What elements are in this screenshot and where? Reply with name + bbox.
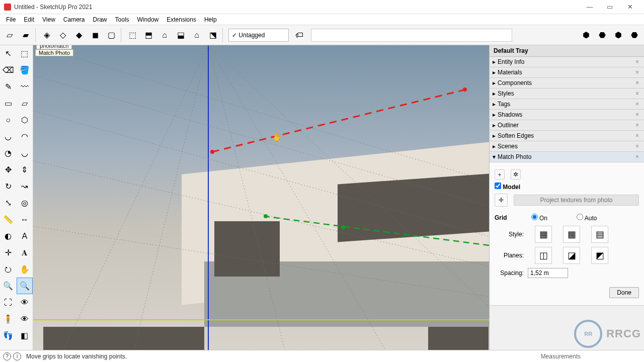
zoom-tool[interactable]: 🔍	[0, 278, 17, 294]
new-match-photo-button[interactable]: ＋	[495, 169, 505, 179]
panel-tags[interactable]: ▸Tags×	[490, 99, 644, 110]
line-tool[interactable]: ✎	[0, 78, 17, 95]
view-right[interactable]: ⬓	[173, 28, 188, 43]
panel-outliner[interactable]: ▸Outliner×	[490, 120, 644, 131]
panel-entity-info[interactable]: ▸Entity Info×	[490, 57, 644, 67]
origin-handle-button[interactable]: ✛	[495, 194, 508, 207]
tape-tool[interactable]: 📏	[0, 211, 17, 228]
style-btn-4[interactable]: ◇	[55, 28, 70, 43]
viewport[interactable]: photomatch Match Photo	[33, 45, 489, 350]
style-option-1[interactable]: ▦	[535, 226, 552, 243]
dimension-tool[interactable]: ↔	[17, 211, 33, 228]
move-tool[interactable]: ✥	[0, 161, 17, 178]
view-front[interactable]: ⌂	[157, 28, 172, 43]
tray-title[interactable]: Default Tray	[490, 45, 644, 57]
close-icon[interactable]: ×	[633, 132, 641, 139]
solid-tool-3[interactable]: ⬢	[611, 28, 626, 43]
orbit-tool[interactable]: ⭮	[0, 261, 17, 278]
zoom-extents-tool[interactable]: ⛶	[0, 294, 17, 311]
spacing-input[interactable]	[528, 268, 568, 278]
3pt-arc-tool[interactable]: ◡	[17, 145, 33, 161]
freehand-tool[interactable]: 〰	[17, 78, 33, 95]
panel-scenes[interactable]: ▸Scenes×	[490, 141, 644, 152]
style-btn-1[interactable]: ▱	[2, 28, 17, 43]
minimize-button[interactable]: —	[580, 0, 600, 14]
planes-option-3[interactable]: ◩	[591, 247, 608, 264]
view-top[interactable]: ⬒	[141, 28, 156, 43]
style-btn-2[interactable]: ▰	[18, 28, 33, 43]
close-icon[interactable]: ×	[633, 101, 641, 108]
menu-extensions[interactable]: Extensions	[163, 15, 200, 24]
view-iso[interactable]: ⬚	[125, 28, 140, 43]
rectangle-tool[interactable]: ▭	[0, 95, 17, 112]
menu-camera[interactable]: Camera	[59, 15, 89, 24]
polygon-tool[interactable]: ⬡	[17, 112, 33, 128]
paint-tool[interactable]: 🪣	[17, 62, 33, 78]
close-button[interactable]: ✕	[620, 0, 640, 14]
close-icon[interactable]: ×	[633, 122, 641, 129]
protractor-tool[interactable]: ◐	[0, 228, 17, 244]
project-textures-button[interactable]: Project textures from photo	[514, 195, 639, 206]
section-tool[interactable]: ◧	[17, 327, 33, 344]
text-tool[interactable]: A	[17, 228, 33, 244]
maximize-button[interactable]: ▭	[600, 0, 620, 14]
close-icon[interactable]: ×	[633, 79, 641, 86]
close-icon[interactable]: ×	[633, 69, 641, 76]
offset-tool[interactable]: ◎	[17, 195, 33, 211]
view-back[interactable]: ⌂	[189, 28, 204, 43]
select-tool[interactable]: ↖	[0, 45, 17, 62]
close-icon[interactable]: ×	[633, 153, 641, 160]
circle-tool[interactable]: ○	[0, 112, 17, 128]
done-button[interactable]: Done	[609, 287, 639, 298]
solid-tool-1[interactable]: ⬢	[579, 28, 594, 43]
close-icon[interactable]: ×	[633, 58, 641, 65]
menu-help[interactable]: Help	[200, 15, 221, 24]
style-btn-6[interactable]: ◼	[88, 28, 103, 43]
rotate-tool[interactable]: ↻	[0, 178, 17, 195]
position-camera-tool[interactable]: 🧍	[0, 311, 17, 327]
tag-tool-btn[interactable]: 🏷	[292, 28, 307, 43]
panel-shadows[interactable]: ▸Shadows×	[490, 110, 644, 120]
axes-tool[interactable]: ✛	[0, 244, 17, 261]
pushpull-tool[interactable]: ⇕	[17, 161, 33, 178]
component-tool[interactable]: ⬚	[17, 45, 33, 62]
panel-match-photo[interactable]: ▾Match Photo×	[490, 152, 644, 162]
top-search[interactable]	[311, 29, 512, 42]
walk-tool[interactable]: 👣	[0, 327, 17, 344]
menu-tools[interactable]: Tools	[111, 15, 133, 24]
tag-dropdown[interactable]: ✓ Untagged	[228, 29, 289, 42]
solid-tool-4[interactable]: ⬣	[627, 28, 642, 43]
zoom-window-tool[interactable]: 🔍	[17, 278, 33, 294]
style-btn-5[interactable]: ◆	[71, 28, 87, 43]
3dtext-tool[interactable]: 𝐀	[17, 244, 33, 261]
previous-view-tool[interactable]: 👁	[17, 294, 33, 311]
menu-window[interactable]: Window	[133, 15, 163, 24]
planes-option-2[interactable]: ◪	[563, 247, 580, 264]
2pt-arc-tool[interactable]: ◠	[17, 128, 33, 145]
panel-components[interactable]: ▸Components×	[490, 78, 644, 88]
pan-tool[interactable]: ✋	[17, 261, 33, 278]
arc-tool[interactable]: ◡	[0, 128, 17, 145]
look-around-tool[interactable]: 👁	[17, 311, 33, 327]
eraser-tool[interactable]: ⌫	[0, 62, 17, 78]
style-btn-3[interactable]: ◈	[39, 28, 54, 43]
help-icon[interactable]: ?	[3, 352, 11, 360]
solid-tool-2[interactable]: ⬣	[595, 28, 610, 43]
menu-file[interactable]: File	[2, 15, 20, 24]
menu-draw[interactable]: Draw	[89, 15, 111, 24]
model-checkbox-input[interactable]	[495, 183, 501, 189]
style-option-3[interactable]: ▤	[591, 226, 608, 243]
view-left[interactable]: ⬔	[205, 28, 220, 43]
panel-soften[interactable]: ▸Soften Edges×	[490, 131, 644, 141]
model-checkbox[interactable]: Model	[495, 183, 520, 191]
close-icon[interactable]: ×	[633, 111, 641, 118]
edit-match-photo-button[interactable]: ✲	[511, 169, 521, 179]
pie-tool[interactable]: ◔	[0, 145, 17, 161]
scale-tool[interactable]: ⤡	[0, 195, 17, 211]
style-btn-7[interactable]: ▢	[104, 28, 119, 43]
planes-option-1[interactable]: ◫	[535, 247, 552, 264]
panel-styles[interactable]: ▸Styles×	[490, 88, 644, 99]
grid-on-radio[interactable]: On	[531, 214, 547, 222]
close-icon[interactable]: ×	[633, 143, 641, 150]
menu-edit[interactable]: Edit	[20, 15, 38, 24]
